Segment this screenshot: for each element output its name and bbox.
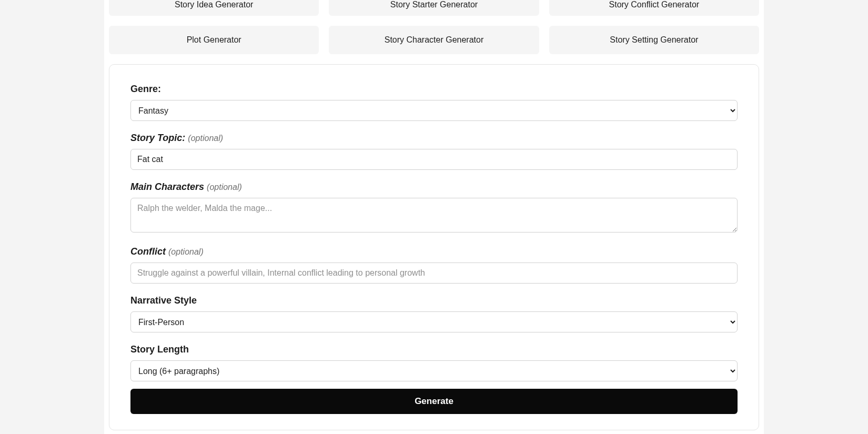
main-characters-field: Main Characters (optional) (130, 181, 738, 235)
story-character-generator-button[interactable]: Story Character Generator (329, 26, 539, 54)
main-characters-optional: (optional) (207, 183, 242, 191)
story-topic-input[interactable] (130, 149, 738, 170)
conflict-label: Conflict (optional) (130, 246, 738, 257)
page-container: Story Idea Generator Story Starter Gener… (104, 0, 764, 434)
main-characters-input[interactable] (130, 198, 738, 233)
genre-field: Genre: Fantasy (130, 84, 738, 121)
story-topic-label: Story Topic: (optional) (130, 133, 738, 144)
generate-button[interactable]: Generate (130, 389, 738, 414)
genre-label: Genre: (130, 84, 738, 95)
main-characters-label-text: Main Characters (130, 181, 204, 192)
narrative-style-select[interactable]: First-Person (130, 311, 738, 332)
conflict-field: Conflict (optional) (130, 246, 738, 284)
narrative-style-field: Narrative Style First-Person (130, 295, 738, 332)
story-topic-optional: (optional) (188, 134, 223, 143)
conflict-optional: (optional) (168, 247, 204, 256)
story-idea-generator-button[interactable]: Story Idea Generator (109, 0, 319, 16)
story-setting-generator-button[interactable]: Story Setting Generator (549, 26, 759, 54)
generator-form-card: Genre: Fantasy Story Topic: (optional) M… (109, 64, 759, 430)
plot-generator-button[interactable]: Plot Generator (109, 26, 319, 54)
story-topic-field: Story Topic: (optional) (130, 133, 738, 170)
story-length-select[interactable]: Long (6+ paragraphs) (130, 360, 738, 381)
conflict-input[interactable] (130, 263, 738, 284)
story-conflict-generator-button[interactable]: Story Conflict Generator (549, 0, 759, 16)
conflict-label-text: Conflict (130, 246, 166, 257)
story-length-field: Story Length Long (6+ paragraphs) (130, 344, 738, 381)
narrative-style-label: Narrative Style (130, 295, 738, 306)
story-length-label: Story Length (130, 344, 738, 355)
story-topic-label-text: Story Topic: (130, 133, 185, 143)
main-characters-label: Main Characters (optional) (130, 181, 738, 193)
generator-button-grid: Story Idea Generator Story Starter Gener… (104, 0, 764, 64)
story-starter-generator-button[interactable]: Story Starter Generator (329, 0, 539, 16)
genre-select[interactable]: Fantasy (130, 100, 738, 121)
